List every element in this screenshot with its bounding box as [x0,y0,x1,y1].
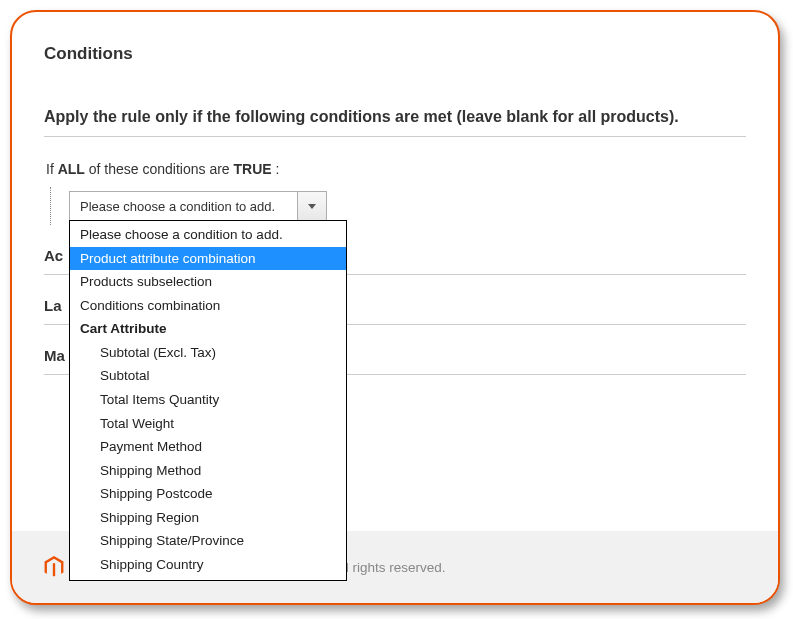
condition-option[interactable]: Subtotal (Excl. Tax) [70,341,346,365]
magento-logo-icon [44,556,64,578]
condition-select-display[interactable]: Please choose a condition to add. [69,191,297,221]
condition-option[interactable]: Payment Method [70,435,346,459]
rule-aggregator[interactable]: ALL [58,161,85,177]
condition-option: Cart Attribute [70,317,346,341]
condition-option[interactable]: Shipping Postcode [70,482,346,506]
condition-option[interactable]: Shipping State/Province [70,529,346,553]
condition-select-toggle[interactable] [297,191,327,221]
condition-option[interactable]: Please choose a condition to add. [70,223,346,247]
rule-prefix: If [46,161,58,177]
condition-option[interactable]: Conditions combination [70,294,346,318]
condition-options-list[interactable]: Please choose a condition to add.Product… [69,220,347,581]
condition-option[interactable]: Shipping Region [70,506,346,530]
panel-body: Conditions Apply the rule only if the fo… [12,12,778,603]
rule-aggregator-line: If ALL of these conditions are TRUE : [46,161,746,177]
condition-option[interactable]: Product attribute combination [70,247,346,271]
conditions-panel: Conditions Apply the rule only if the fo… [10,10,780,605]
rule-value[interactable]: TRUE [234,161,272,177]
condition-option[interactable]: Shipping Country [70,553,346,577]
condition-option[interactable]: Products subselection [70,270,346,294]
rule-middle: of these conditions are [85,161,234,177]
condition-option[interactable]: Subtotal [70,364,346,388]
rule-suffix: : [272,161,280,177]
condition-option[interactable]: Total Weight [70,412,346,436]
condition-option[interactable]: Total Items Quantity [70,388,346,412]
section-title: Conditions [44,44,746,64]
chevron-down-icon [308,204,316,209]
condition-combobox[interactable]: Please choose a condition to add. Please… [69,191,327,221]
condition-tree: Please choose a condition to add. Please… [50,187,746,225]
condition-option[interactable]: Shipping Method [70,459,346,483]
conditions-instruction: Apply the rule only if the following con… [44,108,746,137]
